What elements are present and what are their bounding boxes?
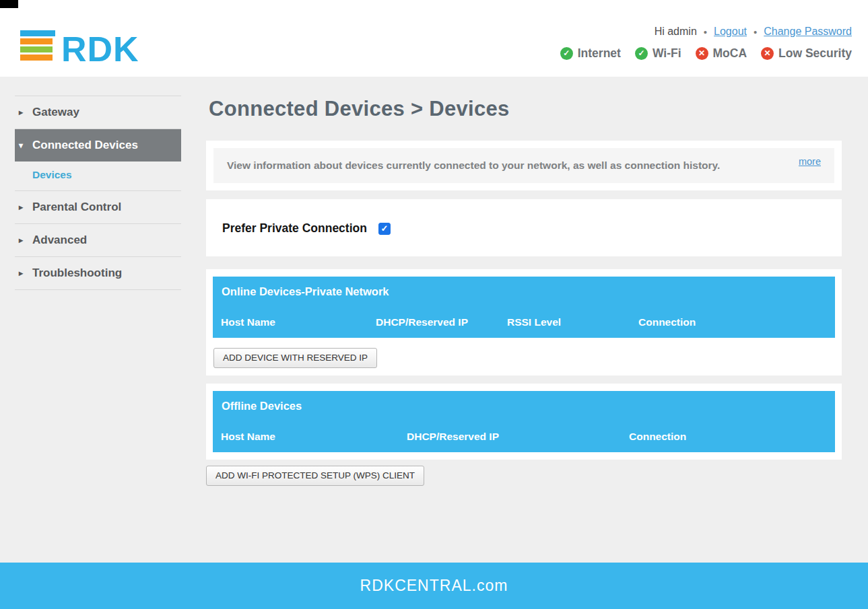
offline-table-columns: Host Name DHCP/Reserved IP Connection [221, 431, 827, 443]
sidebar-item-label: Connected Devices [32, 139, 138, 152]
logout-link[interactable]: Logout [714, 26, 747, 38]
offline-table-title: Offline Devices [221, 400, 827, 413]
more-link[interactable]: more [799, 156, 821, 167]
info-text: View information about devices currently… [227, 157, 745, 174]
chevron-right-icon: ▸ [19, 236, 26, 245]
status-row: ✓ Internet ✓ Wi-Fi ✕ MoCA ✕ Low Security [560, 46, 852, 61]
online-table-title: Online Devices-Private Network [221, 285, 827, 298]
greeting-text: Hi admin [655, 26, 697, 38]
status-label: Wi-Fi [653, 46, 681, 61]
sidebar-item-gateway[interactable]: ▸ Gateway [15, 96, 181, 129]
status-wifi: ✓ Wi-Fi [635, 46, 681, 61]
separator-dot: • [754, 26, 757, 38]
cross-circle-icon: ✕ [761, 47, 774, 60]
sidebar-item-troubleshooting[interactable]: ▸ Troubleshooting [15, 256, 181, 289]
column-dhcp-reserved-ip: DHCP/Reserved IP [407, 431, 629, 443]
footer-brand-text: RDKCENTRAL.com [360, 577, 508, 595]
chevron-right-icon: ▸ [19, 108, 26, 117]
chevron-down-icon: ▾ [19, 141, 26, 150]
sidebar-nav: ▸ Gateway ▾ Connected Devices Devices ▸ … [15, 96, 181, 290]
sidebar-item-connected-devices[interactable]: ▾ Connected Devices [15, 129, 181, 162]
check-circle-icon: ✓ [635, 47, 648, 60]
sidebar-item-parental-control[interactable]: ▸ Parental Control [15, 190, 181, 223]
info-inner-box: View information about devices currently… [213, 148, 834, 183]
sidebar-item-label: Gateway [32, 106, 79, 119]
chevron-right-icon: ▸ [19, 268, 26, 278]
sidebar-item-label: Advanced [32, 234, 87, 247]
add-wps-client-button[interactable]: ADD WI-FI PROTECTED SETUP (WPS) CLIENT [206, 466, 424, 486]
column-connection: Connection [638, 316, 827, 328]
sidebar-item-advanced[interactable]: ▸ Advanced [15, 223, 181, 256]
online-devices-table-header: Online Devices-Private Network Host Name… [213, 277, 835, 338]
logo-bar-green [20, 46, 53, 52]
online-devices-card: Online Devices-Private Network Host Name… [206, 269, 842, 375]
top-header: RDK Hi admin • Logout • Change Password … [0, 0, 868, 77]
separator-dot: • [704, 26, 707, 38]
offline-devices-card: Offline Devices Host Name DHCP/Reserved … [206, 384, 842, 460]
sidebar-item-label: Parental Control [32, 201, 121, 214]
logo-text: RDK [61, 35, 139, 64]
info-card: View information about devices currently… [206, 141, 842, 190]
chevron-right-icon: ▸ [19, 203, 26, 212]
column-host-name: Host Name [221, 431, 407, 443]
sidebar-item-label: Troubleshooting [32, 266, 122, 280]
header-right: Hi admin • Logout • Change Password ✓ In… [560, 26, 852, 61]
logo-bar-orange [20, 38, 53, 44]
footer-bar: RDKCENTRAL.com [0, 563, 868, 609]
online-table-columns: Host Name DHCP/Reserved IP RSSI Level Co… [221, 316, 827, 328]
prefer-private-label: Prefer Private Connection [222, 221, 367, 236]
main-content: Connected Devices > Devices View informa… [206, 86, 842, 486]
rdk-logo-bars-icon [20, 30, 55, 64]
add-device-reserved-ip-button[interactable]: ADD DEVICE WITH RESERVED IP [213, 348, 377, 368]
screen-corner-artifact [0, 0, 18, 8]
status-label: MoCA [713, 46, 747, 61]
sidebar-item-devices[interactable]: Devices [15, 162, 181, 190]
column-rssi-level: RSSI Level [507, 316, 638, 328]
check-circle-icon: ✓ [560, 47, 573, 60]
prefer-private-card: Prefer Private Connection ✓ [206, 199, 842, 256]
cross-circle-icon: ✕ [696, 47, 708, 60]
change-password-link[interactable]: Change Password [764, 26, 852, 38]
status-label: Internet [578, 46, 621, 61]
column-host-name: Host Name [221, 316, 376, 328]
rdk-logo[interactable]: RDK [20, 30, 139, 64]
status-moca: ✕ MoCA [696, 46, 747, 61]
logo-bar-blue [20, 30, 55, 36]
sidebar-divider [15, 289, 181, 290]
page-title: Connected Devices > Devices [209, 97, 842, 121]
status-internet: ✓ Internet [560, 46, 621, 61]
prefer-private-checkbox[interactable]: ✓ [378, 223, 391, 235]
logo-bar-orange [20, 55, 53, 61]
status-low-security: ✕ Low Security [761, 46, 852, 61]
column-connection: Connection [629, 431, 827, 443]
status-label: Low Security [778, 46, 852, 61]
account-row: Hi admin • Logout • Change Password [560, 26, 852, 38]
offline-devices-table-header: Offline Devices Host Name DHCP/Reserved … [213, 391, 835, 452]
column-dhcp-reserved-ip: DHCP/Reserved IP [376, 316, 507, 328]
